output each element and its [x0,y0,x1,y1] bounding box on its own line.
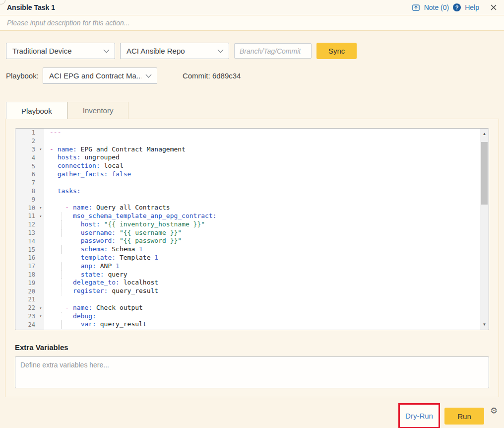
gutter-cell: 23▾ [15,312,44,321]
gutter-cell: 3▾ [15,145,44,154]
gutter-cell: 4 [15,153,44,162]
gutter-cell: 8 [15,187,44,196]
code-text: hosts: ungrouped [44,153,480,162]
fold-icon[interactable]: ▾ [37,314,44,318]
line-number: 8 [15,188,37,195]
tab-bar: Playbook Inventory [6,102,498,119]
fold-icon[interactable]: ▾ [37,306,44,310]
playbook-row: Playbook: ACI EPG and Contract Ma... Com… [6,68,498,84]
help-icon[interactable]: ? [453,3,461,11]
indent-guide [61,212,62,220]
line-number: 17 [15,263,37,270]
dialog-header: Ansible Task 1 Note (0) ? Help [0,0,504,15]
line-number: 19 [15,280,37,286]
gear-icon[interactable]: ⚙ [490,406,498,416]
close-icon[interactable] [490,4,497,11]
code-line: 20 register: query_result [15,287,480,295]
indent-guide [61,271,62,279]
line-number: 11 [15,213,37,219]
line-number: 16 [15,254,37,261]
code-line: 18 state: query [15,271,480,279]
gutter-cell: 15 [15,245,44,254]
note-link[interactable]: Note (0) [424,3,449,11]
playbook-select[interactable]: ACI EPG and Contract Ma... [43,68,157,84]
run-button[interactable]: Run [444,408,484,425]
chevron-down-icon [217,49,224,53]
line-number: 14 [15,238,37,245]
playbook-code-editor[interactable]: 1---23▾- name: EPG and Contract Manageme… [15,128,489,330]
code-text: - name: EPG and Contract Management [44,145,480,154]
code-text: schema: Schema 1 [44,245,480,254]
corner-circle-icon [0,0,5,4]
code-line: 4 hosts: ungrouped [15,153,480,162]
gutter-cell: 6 [15,170,44,179]
code-text [44,329,480,330]
editor-scrollbar[interactable]: ▲ ▼ [480,129,489,330]
code-line: 15 schema: Schema 1 [15,245,480,254]
description-bar [0,15,504,31]
chevron-down-icon [103,49,110,53]
code-line: 11▾ mso_schema_template_anp_epg_contract… [15,212,480,220]
sync-button[interactable]: Sync [316,43,357,59]
code-line: 3▾- name: EPG and Contract Management [15,145,480,154]
code-text [44,195,480,204]
device-type-value: Traditional Device [12,47,99,55]
gutter-cell: 9 [15,195,44,204]
code-text [44,179,480,187]
dialog-footer: Dry-Run Run ⚙ [0,397,504,428]
line-number: 21 [15,296,37,303]
code-text: - name: Check output [44,304,480,312]
code-text: connection: local [44,162,480,170]
gutter-cell: 11▾ [15,212,44,220]
code-line: 1--- [15,129,480,137]
branch-tag-commit-input[interactable] [234,43,312,59]
fold-icon[interactable]: ▾ [37,214,44,218]
note-popout-icon[interactable] [412,3,420,12]
code-line: 6 gather_facts: false [15,170,480,179]
code-line: 23▾ debug: [15,312,480,321]
tab-inventory[interactable]: Inventory [67,102,129,119]
code-line: 10▾ - name: Query all Contracts [15,204,480,212]
description-input[interactable] [7,19,497,27]
code-text: username: "{{ username }}" [44,229,480,237]
device-type-select[interactable]: Traditional Device [6,43,115,59]
gutter-cell: 7 [15,179,44,187]
editor-lines[interactable]: 1---23▾- name: EPG and Contract Manageme… [15,129,480,330]
indent-guide [61,254,62,262]
code-text: tasks: [44,187,480,196]
code-line: 17 anp: ANP 1 [15,262,480,271]
scroll-down-icon[interactable]: ▼ [480,320,489,329]
line-number: 23 [15,313,37,320]
gutter-cell: 12 [15,220,44,229]
code-line: 25 [15,329,480,330]
gutter-cell: 1 [15,129,44,137]
gutter-cell: 16 [15,254,44,262]
extra-variables-textarea[interactable] [15,357,489,388]
repo-select[interactable]: ACI Ansible Repo [120,43,229,59]
line-number: 24 [15,321,37,328]
help-link[interactable]: Help [465,3,479,11]
scrollbar-thumb[interactable] [481,142,488,205]
code-line: 2 [15,137,480,145]
line-number: 7 [15,179,37,186]
code-text [44,295,480,304]
tab-panel: 1---23▾- name: EPG and Contract Manageme… [5,119,499,397]
code-line: 16 template: Template 1 [15,254,480,262]
fold-icon[interactable]: ▾ [37,147,44,151]
line-number: 13 [15,229,37,236]
code-line: 24 var: query_result [15,320,480,329]
fold-icon[interactable]: ▾ [37,206,44,210]
commit-hash-text: Commit: 6d89c34 [183,71,241,80]
line-number: 20 [15,288,37,295]
dry-run-button[interactable]: Dry-Run [405,412,433,420]
gutter-cell: 25 [15,329,44,330]
code-line: 21 [15,295,480,304]
gutter-cell: 20 [15,287,44,295]
code-text: delegate_to: localhost [44,279,480,287]
tab-playbook[interactable]: Playbook [6,102,67,119]
scroll-up-icon[interactable]: ▲ [480,130,489,138]
gutter-cell: 24 [15,320,44,329]
gutter-cell: 17 [15,262,44,271]
code-text: host: "{{ inventory_hostname }}" [44,220,480,229]
line-number: 4 [15,154,37,161]
